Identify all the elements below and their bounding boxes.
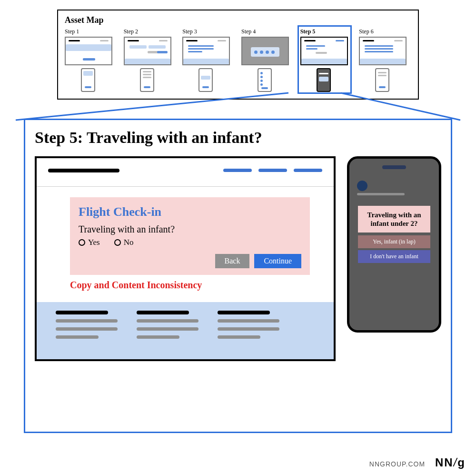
step-6-col: Step 6	[359, 28, 411, 92]
radio-yes-label: Yes	[88, 238, 100, 247]
logo-placeholder	[48, 169, 119, 172]
step-5-col: Step 5	[300, 28, 353, 92]
mobile-wireframe: Traveling with an infant under 2? Yes, i…	[347, 156, 441, 333]
step-4-desktop-thumbnail	[241, 37, 289, 65]
detail-title: Step 5: Traveling with an infant?	[35, 129, 441, 147]
radio-no-label: No	[124, 238, 134, 247]
desktop-header	[37, 158, 334, 187]
step-2-label: Step 2	[124, 28, 138, 35]
mobile-question-text: Traveling with an infant under 2?	[362, 211, 426, 228]
branding-url: NNGROUP.COM	[369, 460, 425, 468]
step-1-col: Step 1	[65, 28, 117, 92]
step-6-mobile-thumbnail	[375, 68, 389, 92]
step-6-label: Step 6	[359, 28, 373, 35]
checkin-card: Flight Check-in Traveling with an infant…	[70, 197, 310, 275]
step-5-label: Step 5	[300, 28, 316, 35]
footer-heading-placeholder	[218, 311, 270, 314]
footer-line-placeholder	[56, 327, 118, 331]
footer-line-placeholder	[56, 335, 99, 339]
step-5-desktop-thumbnail	[300, 37, 348, 65]
radio-circle-icon	[79, 239, 85, 246]
footer-line-placeholder	[137, 319, 198, 323]
step-1-label: Step 1	[65, 28, 79, 35]
nav-link-placeholder	[258, 169, 287, 172]
step-5-mobile-thumbnail	[317, 68, 331, 92]
step-4-mobile-thumbnail	[258, 68, 272, 92]
nng-logo: NN/g	[435, 456, 466, 469]
continue-button[interactable]: Continue	[254, 254, 301, 268]
checkin-question: Traveling with an infant?	[79, 224, 301, 235]
desktop-footer	[37, 302, 334, 359]
step-4-label: Step 4	[241, 28, 256, 35]
step-3-col: Step 3	[182, 28, 235, 92]
step-6-desktop-thumbnail	[359, 37, 407, 65]
detail-panel: Step 5: Traveling with an infant? Flight…	[24, 119, 452, 433]
desktop-wireframe: Flight Check-in Traveling with an infant…	[35, 156, 336, 361]
footer-line-placeholder	[137, 327, 198, 331]
step-2-desktop-thumbnail	[124, 37, 171, 65]
footer-line-placeholder	[56, 319, 118, 323]
step-1-mobile-thumbnail	[81, 68, 95, 92]
footer-heading-placeholder	[137, 311, 189, 314]
step-3-desktop-thumbnail	[182, 37, 230, 65]
footer-line-placeholder	[218, 319, 279, 323]
mobile-title-placeholder	[357, 193, 405, 195]
mobile-question-card: Traveling with an infant under 2?	[358, 206, 430, 232]
mobile-option-yes[interactable]: Yes, infant (in lap)	[358, 235, 430, 248]
inconsistency-callout: Copy and Content Inconsistency	[70, 280, 334, 291]
mobile-option-no[interactable]: I don't have an infant	[358, 250, 430, 263]
radio-circle-icon	[114, 239, 121, 246]
step-2-mobile-thumbnail	[140, 68, 154, 92]
asset-map-container: Asset Map Step 1 Step 2	[57, 10, 419, 100]
footer-line-placeholder	[218, 335, 260, 339]
nav-link-placeholder	[223, 169, 252, 172]
phone-speaker-icon	[382, 165, 406, 169]
asset-map-title: Asset Map	[65, 15, 411, 25]
footer-heading-placeholder	[56, 311, 108, 314]
step-4-col: Step 4	[241, 28, 294, 92]
step-1-desktop-thumbnail	[65, 37, 112, 65]
steps-row: Step 1 Step 2	[65, 28, 411, 92]
step-2-col: Step 2	[124, 28, 176, 92]
back-button[interactable]: Back	[215, 254, 250, 268]
checkin-card-title: Flight Check-in	[79, 205, 301, 219]
footer-line-placeholder	[137, 335, 179, 339]
avatar-icon	[357, 181, 367, 191]
footer-line-placeholder	[218, 327, 279, 331]
nav-link-placeholder	[294, 169, 322, 172]
step-3-label: Step 3	[182, 28, 197, 35]
step-3-mobile-thumbnail	[198, 68, 213, 92]
radio-yes[interactable]: Yes	[79, 238, 100, 247]
radio-no[interactable]: No	[114, 238, 134, 247]
branding-footer: NNGROUP.COM NN/g	[369, 456, 466, 469]
